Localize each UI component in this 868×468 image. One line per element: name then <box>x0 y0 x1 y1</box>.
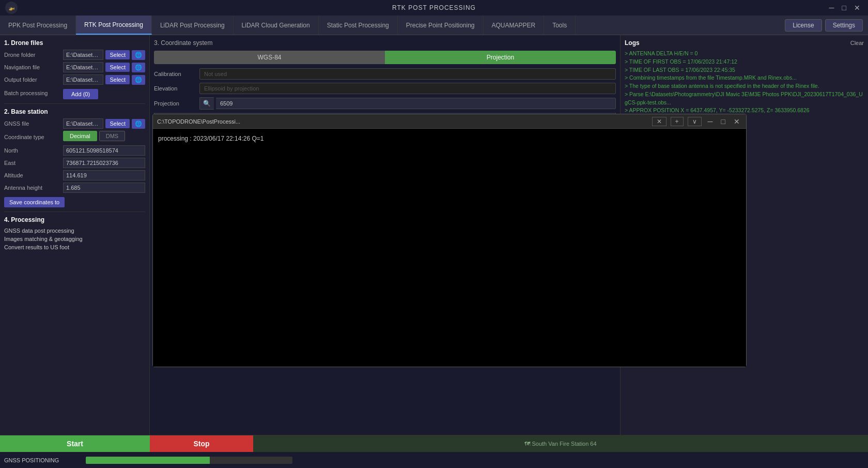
license-button[interactable]: License <box>785 19 822 32</box>
tab-lidar[interactable]: LiDAR Post Processing <box>152 16 234 35</box>
gnss-file-row: GNSS file Select 🌐 <box>4 118 145 129</box>
log-line-3: > Combining timestamps from the file Tim… <box>625 74 864 82</box>
map-preview-text: 🗺 South Van Fire Station 64 <box>524 441 596 447</box>
batch-add-button[interactable]: Add (0) <box>63 89 98 99</box>
drone-folder-row: Drone folder Select 🌐 <box>4 50 145 60</box>
status-progress-bar <box>86 457 292 464</box>
elevation-input <box>199 83 616 94</box>
navigation-file-row: Navigation file Select 🌐 <box>4 62 145 72</box>
terminal-chevron-button[interactable]: ∨ <box>688 117 702 126</box>
tab-tools[interactable]: Tools <box>544 16 576 35</box>
east-label: East <box>4 160 61 166</box>
title: RTK POST PROCESSING <box>392 4 476 11</box>
drone-folder-icon-button[interactable]: 🌐 <box>132 50 145 60</box>
drone-folder-input[interactable] <box>63 50 103 60</box>
calibration-row: Calibration <box>154 68 616 80</box>
output-folder-input[interactable] <box>63 74 103 85</box>
projection-input[interactable] <box>216 98 616 109</box>
map-preview: 🗺 South Van Fire Station 64 <box>253 435 868 452</box>
north-label: North <box>4 147 61 154</box>
log-line-1: > TIME OF FIRST OBS = 17/06/2023 21:47:1… <box>625 58 864 66</box>
east-input[interactable] <box>63 158 145 168</box>
altitude-input[interactable] <box>63 170 145 180</box>
start-button[interactable]: Start <box>0 435 150 452</box>
tab-static[interactable]: Static Post Processing <box>319 16 398 35</box>
terminal-minimize-button[interactable]: ─ <box>706 117 715 126</box>
log-line-4: > The type of base station antenna is no… <box>625 82 864 90</box>
status-label: GNSS POSITIONING <box>4 457 82 463</box>
app-logo: 🚁 <box>5 2 18 14</box>
processing-gnss-item[interactable]: GNSS data post processing <box>4 227 145 235</box>
drone-files-title: 1. Drone files <box>4 39 145 47</box>
close-button[interactable]: ✕ <box>852 3 863 13</box>
projection-toggle-button[interactable]: Projection <box>385 51 616 64</box>
navigation-file-select-button[interactable]: Select <box>105 63 130 72</box>
gnss-file-label: GNSS file <box>4 120 61 127</box>
nav-tabs: PPK Post Processing RTK Post Processing … <box>0 16 868 35</box>
dms-button[interactable]: DMS <box>99 131 125 141</box>
log-line-0: > ANTENNA DELTA H/E/N = 0 <box>625 50 864 58</box>
minimize-button[interactable]: ─ <box>827 3 837 13</box>
terminal-maximize-button[interactable]: □ <box>719 117 727 126</box>
processing-images-item[interactable]: Images matching & geotagging <box>4 235 145 243</box>
bottom-area: Start Stop 🗺 South Van Fire Station 64 G… <box>0 435 868 468</box>
log-line-5: > Parse E:\Datasets\Photogrammetry\DJI M… <box>625 90 864 107</box>
projection-row: Projection 🔍 <box>154 97 616 110</box>
batch-processing-row: Batch processing Add (0) <box>4 87 145 99</box>
tab-ppk[interactable]: PPK Post Processing <box>0 16 76 35</box>
tab-aquamapper[interactable]: AQUAMAPPER <box>484 16 545 35</box>
antenna-height-label: Antenna height <box>4 185 61 191</box>
coordinate-system-title: 3. Coordinate system <box>154 39 616 47</box>
terminal-content: processing : 2023/06/17 22:14:26 Q=1 <box>153 129 746 367</box>
nav-right-buttons: License Settings <box>785 16 868 35</box>
calibration-input <box>199 68 616 80</box>
logs-clear-button[interactable]: Clear <box>850 40 864 46</box>
calibration-label: Calibration <box>154 71 195 77</box>
tab-ppp[interactable]: Precise Point Positioning <box>398 16 484 35</box>
coordinate-type-toggle: Decimal DMS <box>63 131 125 141</box>
tab-rtk[interactable]: RTK Post Processing <box>76 16 152 35</box>
wgs84-toggle-button[interactable]: WGS-84 <box>154 51 385 64</box>
processing-convert-item[interactable]: Convert results to US foot <box>4 243 145 251</box>
antenna-height-input[interactable] <box>63 183 145 193</box>
gnss-file-select-button[interactable]: Select <box>105 119 130 128</box>
output-folder-label: Output folder <box>4 77 61 83</box>
action-bar: Start Stop 🗺 South Van Fire Station 64 <box>0 435 868 451</box>
navigation-file-input[interactable] <box>63 62 103 72</box>
output-folder-icon-button[interactable]: 🌐 <box>132 75 145 85</box>
terminal-close-tab-button[interactable]: ✕ <box>652 117 667 126</box>
coordinate-type-label: Coordinate type <box>4 134 61 140</box>
navigation-file-icon-button[interactable]: 🌐 <box>132 63 145 72</box>
output-folder-select-button[interactable]: Select <box>105 75 130 84</box>
left-panel: 1. Drone files Drone folder Select 🌐 Nav… <box>0 35 150 435</box>
north-row: North <box>4 145 145 156</box>
logs-title: Logs <box>625 39 640 47</box>
drone-folder-select-button[interactable]: Select <box>105 50 130 59</box>
save-coordinates-button[interactable]: Save coordinates to <box>4 197 65 207</box>
status-progress-fill <box>86 457 210 464</box>
tab-lidar-cloud[interactable]: LiDAR Cloud Generation <box>234 16 319 35</box>
gnss-file-input[interactable] <box>63 118 103 129</box>
log-line-2: > TIME OF LAST OBS = 17/06/2023 22:45:35 <box>625 66 864 74</box>
maximize-button[interactable]: □ <box>840 3 849 13</box>
north-input[interactable] <box>63 145 145 156</box>
terminal-window-close-button[interactable]: ✕ <box>732 117 742 126</box>
batch-processing-label: Batch processing <box>4 90 61 96</box>
coordinate-type-row: Coordinate type Decimal DMS <box>4 131 145 143</box>
projection-label: Projection <box>154 100 195 107</box>
terminal-line: processing : 2023/06/17 22:14:26 Q=1 <box>158 134 741 144</box>
stop-button[interactable]: Stop <box>150 435 253 452</box>
altitude-row: Altitude <box>4 170 145 180</box>
gnss-file-icon-button[interactable]: 🌐 <box>132 119 145 129</box>
terminal-window: C:\TOPODRONE\PostProcessi... ✕ + ∨ ─ □ ✕… <box>152 114 747 367</box>
elevation-row: Elevation <box>154 83 616 94</box>
window-controls[interactable]: ─ □ ✕ <box>827 3 863 13</box>
terminal-new-tab-button[interactable]: + <box>671 117 684 126</box>
terminal-path: C:\TOPODRONE\PostProcessi... <box>157 118 648 125</box>
antenna-height-row: Antenna height <box>4 183 145 193</box>
coordinate-system-toggle: WGS-84 Projection <box>154 51 616 64</box>
projection-input-group: 🔍 <box>199 97 616 110</box>
decimal-button[interactable]: Decimal <box>63 131 97 141</box>
settings-button[interactable]: Settings <box>825 19 863 32</box>
terminal-titlebar: C:\TOPODRONE\PostProcessi... ✕ + ∨ ─ □ ✕ <box>153 114 746 129</box>
